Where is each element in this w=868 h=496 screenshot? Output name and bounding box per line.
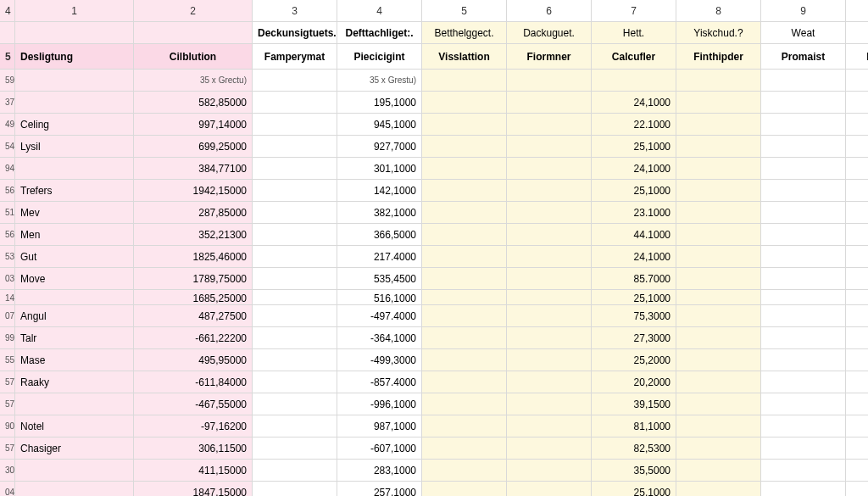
row-c5[interactable] [422,224,507,246]
row-c8[interactable] [676,114,761,136]
row-c5[interactable] [422,268,507,290]
rownum[interactable]: 03 [0,268,15,290]
row-c5[interactable] [422,158,507,180]
rownum[interactable]: 37 [0,92,15,114]
row-c7[interactable]: 20,2000 [592,371,676,393]
row-c5[interactable] [422,327,507,349]
row-c2[interactable]: 997,14000 [134,114,253,136]
row-label[interactable]: Move [15,268,134,290]
row-label[interactable] [15,393,134,415]
row-c6[interactable] [507,246,592,268]
row-c9[interactable] [761,437,846,460]
row-label[interactable] [15,158,134,180]
row-c6[interactable] [507,305,592,327]
hdr2-c3[interactable]: Famperymat [253,44,337,70]
row-c2[interactable]: 287,85000 [134,202,253,224]
rownum[interactable]: 30 [0,460,15,482]
row-c2[interactable]: -611,84000 [134,371,253,393]
row-c7[interactable]: 39,1500 [592,393,676,415]
row-c9[interactable] [761,371,846,393]
row-c3[interactable] [253,180,337,202]
row-label[interactable]: Mev [15,202,134,224]
rownum[interactable]: 56 [0,224,15,246]
rownum[interactable]: 57 [0,437,15,460]
row-c4[interactable]: 195,1000 [337,92,422,114]
row-c9[interactable] [761,136,846,158]
row-c7[interactable]: 23.1000 [592,202,676,224]
row-c6[interactable] [507,158,592,180]
rownum[interactable]: 57 [0,371,15,393]
row-c10[interactable] [846,202,868,224]
spreadsheet-grid[interactable]: 41234567896Deckunsigtuets.Defttachliget:… [0,0,868,496]
row-c6[interactable] [507,393,592,415]
row-c3[interactable] [253,224,337,246]
row-c2[interactable]: -661,22200 [134,327,253,349]
row-c2[interactable]: 1789,75000 [134,268,253,290]
row-c4[interactable]: 382,1000 [337,202,422,224]
hdr2-c2[interactable]: Cilblution [134,44,253,70]
row-c3[interactable] [253,158,337,180]
row-label[interactable] [15,482,134,496]
row-c4[interactable]: -857.4000 [337,371,422,393]
row-c8[interactable] [676,268,761,290]
row-c8[interactable] [676,305,761,327]
row-c7[interactable]: 81,1000 [592,415,676,437]
row-c3[interactable] [253,290,337,305]
hdr2-c1[interactable]: Desligtung [15,44,134,70]
row-c5[interactable] [422,415,507,437]
row-c8[interactable] [676,460,761,482]
row-label[interactable]: Chasiger [15,437,134,460]
rownum[interactable]: 14 [0,290,15,305]
row-c3[interactable] [253,482,337,496]
row-c10[interactable] [846,371,868,393]
row-c5[interactable] [422,482,507,496]
col-index-10[interactable]: 6 [846,0,868,22]
row-c3[interactable] [253,114,337,136]
row-c8[interactable] [676,482,761,496]
row-c4[interactable]: 142,1000 [337,180,422,202]
rownum[interactable]: 94 [0,158,15,180]
row-c3[interactable] [253,437,337,460]
row-c4[interactable]: 927,7000 [337,136,422,158]
row-c4[interactable]: -499,3000 [337,349,422,371]
row-c6[interactable] [507,224,592,246]
row-c4[interactable]: 35 x Grestu) [337,70,422,92]
row-c7[interactable]: 24,1000 [592,158,676,180]
hdr2-c6[interactable]: Fiormner [507,44,592,70]
row-c10[interactable] [846,114,868,136]
row-label[interactable]: Talr [15,327,134,349]
row-c9[interactable] [761,158,846,180]
row-c10[interactable] [846,482,868,496]
row-c2[interactable]: -467,55000 [134,393,253,415]
row-c9[interactable] [761,70,846,92]
row-c10[interactable] [846,327,868,349]
row-label[interactable] [15,290,134,305]
rownum[interactable]: 90 [0,415,15,437]
row-c10[interactable] [846,268,868,290]
row-c7[interactable]: 24,1000 [592,92,676,114]
row-c2[interactable]: 1942,15000 [134,180,253,202]
rownum[interactable]: 04 [0,482,15,496]
row-c6[interactable] [507,371,592,393]
row-c10[interactable] [846,437,868,460]
hdr2-c4[interactable]: Piecicigint [337,44,422,70]
row-c9[interactable] [761,202,846,224]
row-c4[interactable]: 366,5000 [337,224,422,246]
col-index-8[interactable]: 8 [676,0,761,22]
hdr1-c4[interactable]: Defttachliget:. [337,22,422,44]
row-label[interactable]: Celing [15,114,134,136]
col-index-7[interactable]: 7 [592,0,676,22]
row-c3[interactable] [253,136,337,158]
row-c3[interactable] [253,92,337,114]
row-label[interactable]: Lysil [15,136,134,158]
row-c9[interactable] [761,393,846,415]
col-index-5[interactable]: 5 [422,0,507,22]
row-c9[interactable] [761,290,846,305]
row-c8[interactable] [676,371,761,393]
row-c5[interactable] [422,114,507,136]
row-c5[interactable] [422,349,507,371]
col-index-2[interactable]: 2 [134,0,253,22]
row-c8[interactable] [676,92,761,114]
hdr1-c8[interactable]: Yiskchud.? [676,22,761,44]
row-c5[interactable] [422,371,507,393]
